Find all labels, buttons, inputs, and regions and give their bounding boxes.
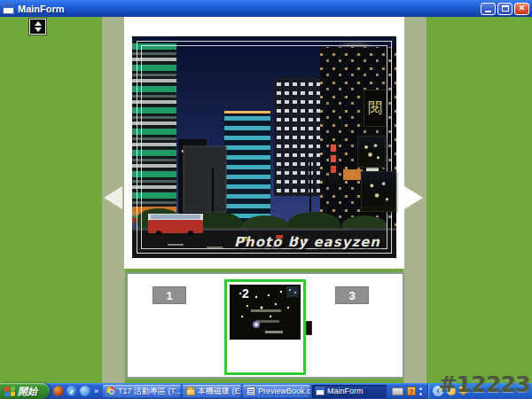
browser-quicklaunch-icon[interactable] — [53, 386, 64, 396]
thumbnail-slot-2[interactable]: 2 — [224, 279, 306, 375]
task-label: PreviewBook.ou... — [258, 387, 310, 395]
language-bar: ? — [387, 387, 427, 395]
tray-messenger-icon[interactable] — [447, 387, 456, 395]
selected-thumbnail-image: 2 — [230, 285, 301, 340]
start-label: 開始 — [18, 385, 37, 398]
page-order-updown-button[interactable] — [29, 19, 46, 35]
tray-collapse-chevron-icon[interactable]: ‹ — [433, 386, 443, 396]
windows-flag-icon — [4, 386, 15, 396]
down-arrow-icon — [35, 27, 42, 32]
page-number-badge: 3 — [335, 286, 369, 304]
window-form-icon — [3, 4, 14, 14]
up-arrow-icon — [35, 21, 42, 26]
thumbnail-side-tab[interactable] — [306, 321, 312, 335]
quicklaunch-overflow-chevron[interactable]: » — [94, 387, 98, 395]
notification-area: ‹ — [427, 383, 532, 399]
folder-icon — [186, 388, 195, 395]
task-label: T17 活動專區 (T... — [118, 386, 181, 397]
tray-security-shield-icon[interactable] — [459, 387, 467, 395]
client-area: 閱 Photo by easyzen 1 — [0, 17, 532, 383]
quick-launch-bar: e » — [50, 386, 102, 396]
minimize-icon — [485, 11, 491, 12]
document-icon — [246, 387, 255, 395]
photo-page: 閱 Photo by easyzen — [124, 17, 404, 269]
mini-photo-1 — [357, 136, 386, 168]
thumbnail-panel: 1 — [126, 272, 404, 379]
language-bar-options-icon[interactable] — [419, 387, 423, 395]
chrome-icon — [106, 387, 115, 395]
minimize-button[interactable] — [481, 3, 496, 15]
page-number-badge: 1 — [153, 286, 186, 304]
task-button-browser[interactable]: T17 活動專區 (T... — [103, 385, 181, 398]
task-label: MainForm — [327, 387, 364, 395]
thumbnail-night-image — [230, 285, 301, 340]
start-button[interactable]: 開始 — [0, 383, 50, 399]
thumbnail-slot-3[interactable]: 3 — [316, 279, 397, 375]
keyboard-language-icon[interactable] — [392, 387, 403, 395]
window-titlebar: MainForm ✕ — [0, 0, 532, 17]
messenger-icon[interactable] — [80, 386, 90, 396]
task-button-explorer[interactable]: 本機磁碟 (E:) — [183, 385, 241, 398]
window-title: MainForm — [18, 4, 65, 14]
mini-photo-2 — [361, 171, 396, 212]
taskbar: 開始 e » T17 活動專區 (T... 本機磁碟 (E:) PreviewB… — [0, 383, 532, 399]
internet-explorer-icon[interactable]: e — [66, 386, 77, 396]
next-page-button[interactable] — [404, 186, 423, 209]
task-button-previewbook[interactable]: PreviewBook.ou... — [243, 385, 310, 398]
help-question-icon[interactable]: ? — [407, 387, 416, 395]
photo-display[interactable]: 閱 Photo by easyzen — [132, 36, 396, 258]
previous-page-button[interactable] — [104, 186, 122, 209]
close-icon: ✕ — [519, 4, 526, 12]
thumbnail-slot-1[interactable]: 1 — [133, 279, 215, 375]
close-button[interactable]: ✕ — [514, 3, 529, 15]
maximize-icon — [502, 5, 509, 12]
form-icon — [316, 387, 325, 395]
task-button-mainform[interactable]: MainForm — [312, 385, 387, 398]
task-label: 本機磁碟 (E:) — [198, 386, 241, 397]
maximize-button[interactable] — [497, 3, 512, 15]
mainform-window: MainForm ✕ — [0, 0, 532, 399]
